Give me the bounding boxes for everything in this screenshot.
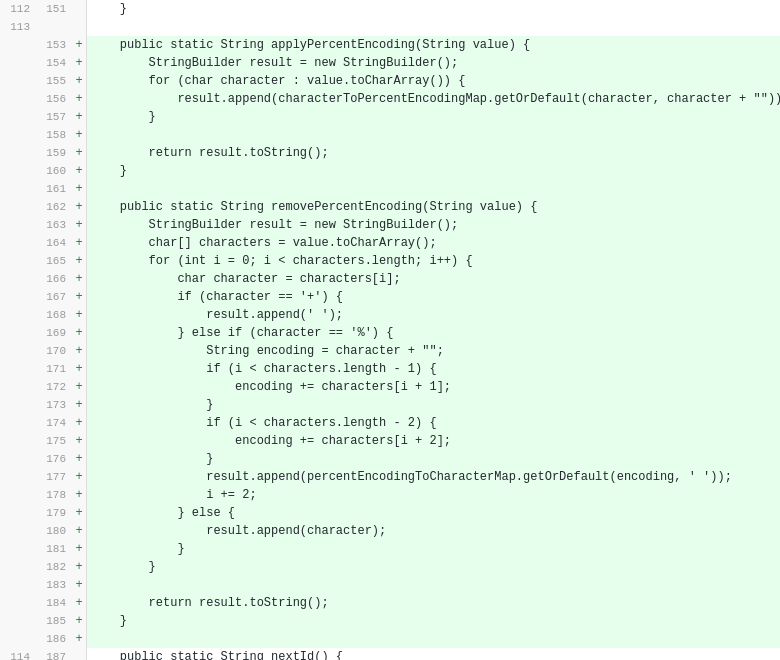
code-line: StringBuilder result = new StringBuilder… (87, 216, 780, 234)
diff-marker: + (72, 162, 86, 180)
right-line-number: 154 (36, 54, 72, 72)
diff-marker: + (72, 540, 86, 558)
left-line-number: 112 (0, 0, 36, 18)
code-text: result.append(' '); (87, 306, 343, 324)
right-line-number: 175 (36, 432, 72, 450)
code-text: } (87, 612, 127, 630)
code-line: if (i < characters.length - 2) { (87, 414, 780, 432)
code-text: i += 2; (87, 486, 257, 504)
code-line: public static String removePercentEncodi… (87, 198, 780, 216)
line-number-row: 165+ (0, 252, 86, 270)
line-number-row: 166+ (0, 270, 86, 288)
line-number-row: 172+ (0, 378, 86, 396)
right-line-number: 163 (36, 216, 72, 234)
code-text: encoding += characters[i + 2]; (87, 432, 451, 450)
code-line: } (87, 450, 780, 468)
line-number-row: 177+ (0, 468, 86, 486)
code-text: } (87, 108, 156, 126)
diff-marker: + (72, 576, 86, 594)
right-line-number: 176 (36, 450, 72, 468)
code-text: StringBuilder result = new StringBuilder… (87, 54, 458, 72)
line-number-row: 178+ (0, 486, 86, 504)
code-text: } (87, 540, 185, 558)
right-line-number: 153 (36, 36, 72, 54)
code-line: } (87, 396, 780, 414)
diff-marker: + (72, 324, 86, 342)
line-number-row: 159+ (0, 144, 86, 162)
code-text: public static String removePercentEncodi… (87, 198, 537, 216)
right-line-number: 172 (36, 378, 72, 396)
right-line-number: 166 (36, 270, 72, 288)
diff-marker: + (72, 414, 86, 432)
line-number-row: 181+ (0, 540, 86, 558)
line-number-row: 113 (0, 18, 86, 36)
right-line-number: 171 (36, 360, 72, 378)
diff-marker: + (72, 72, 86, 90)
diff-marker: + (72, 198, 86, 216)
code-text: public static String applyPercentEncodin… (87, 36, 530, 54)
code-line: } (87, 108, 780, 126)
diff-marker: + (72, 360, 86, 378)
diff-marker: + (72, 36, 86, 54)
diff-marker: + (72, 468, 86, 486)
right-line-number: 151 (36, 0, 72, 18)
diff-marker: + (72, 522, 86, 540)
code-text: public static String nextId() { (87, 648, 343, 660)
line-number-row: 157+ (0, 108, 86, 126)
line-number-row: 175+ (0, 432, 86, 450)
line-number-row: 180+ (0, 522, 86, 540)
code-line: } (87, 612, 780, 630)
code-line (87, 630, 780, 648)
code-content-area: } public static String applyPercentEncod… (87, 0, 780, 660)
code-text: char[] characters = value.toCharArray(); (87, 234, 437, 252)
line-number-row: 186+ (0, 630, 86, 648)
diff-marker: + (72, 612, 86, 630)
line-number-row: 173+ (0, 396, 86, 414)
diff-marker: + (72, 450, 86, 468)
code-line: return result.toString(); (87, 144, 780, 162)
right-line-number: 164 (36, 234, 72, 252)
diff-marker: + (72, 558, 86, 576)
left-line-number: 113 (0, 18, 36, 36)
code-line: } else { (87, 504, 780, 522)
right-line-number: 180 (36, 522, 72, 540)
code-text: if (character == '+') { (87, 288, 343, 306)
line-number-row: 153+ (0, 36, 86, 54)
right-line-number: 156 (36, 90, 72, 108)
code-line: i += 2; (87, 486, 780, 504)
code-line: for (char character : value.toCharArray(… (87, 72, 780, 90)
right-line-number: 167 (36, 288, 72, 306)
diff-marker: + (72, 342, 86, 360)
diff-marker: + (72, 630, 86, 648)
diff-marker: + (72, 306, 86, 324)
right-line-number: 155 (36, 72, 72, 90)
right-line-number: 177 (36, 468, 72, 486)
code-line: result.append(characterToPercentEncoding… (87, 90, 780, 108)
right-line-number: 186 (36, 630, 72, 648)
right-line-number: 187 (36, 648, 72, 660)
right-line-number: 165 (36, 252, 72, 270)
code-line: result.append(percentEncodingToCharacter… (87, 468, 780, 486)
right-line-number: 174 (36, 414, 72, 432)
line-number-row: 162+ (0, 198, 86, 216)
right-line-number: 169 (36, 324, 72, 342)
diff-marker: + (72, 432, 86, 450)
right-line-number: 170 (36, 342, 72, 360)
diff-marker: + (72, 378, 86, 396)
right-line-number: 185 (36, 612, 72, 630)
code-text: if (i < characters.length - 2) { (87, 414, 437, 432)
diff-marker: + (72, 180, 86, 198)
line-number-row: 167+ (0, 288, 86, 306)
code-line (87, 576, 780, 594)
code-text: } else { (87, 504, 235, 522)
line-number-row: 182+ (0, 558, 86, 576)
code-text: for (char character : value.toCharArray(… (87, 72, 465, 90)
diff-marker: + (72, 126, 86, 144)
diff-marker: + (72, 144, 86, 162)
diff-marker: + (72, 90, 86, 108)
code-text: return result.toString(); (87, 594, 329, 612)
line-number-row: 170+ (0, 342, 86, 360)
right-line-number: 162 (36, 198, 72, 216)
diff-marker: + (72, 234, 86, 252)
right-line-number: 182 (36, 558, 72, 576)
